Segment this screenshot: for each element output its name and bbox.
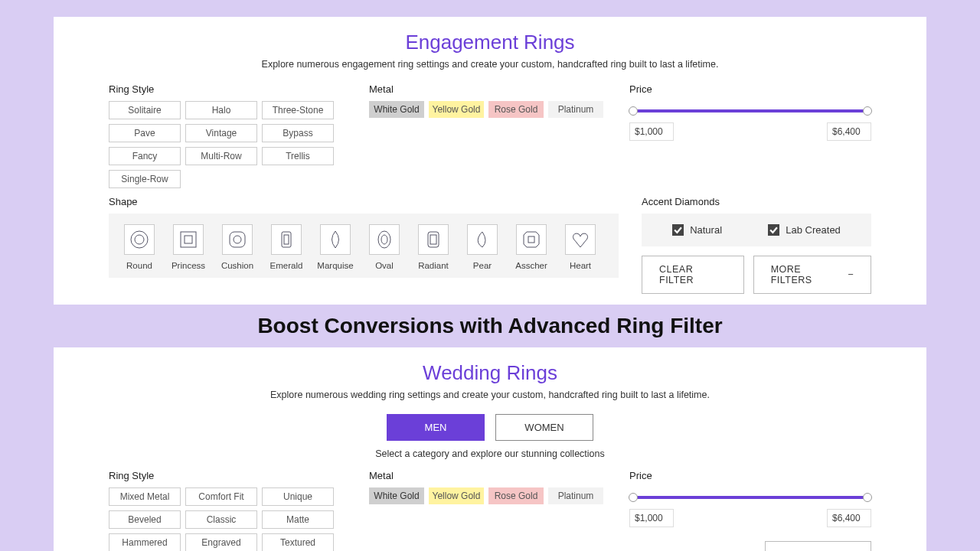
ring-style-chip[interactable]: Trellis: [262, 147, 334, 165]
ring-style-chip[interactable]: Comfort Fit: [185, 487, 257, 506]
accent-label: Accent Diamonds: [642, 196, 871, 207]
checkbox-checked-icon: [768, 224, 779, 236]
svg-rect-3: [185, 236, 192, 243]
svg-rect-7: [284, 235, 289, 244]
shape-pear[interactable]: Pear: [461, 224, 504, 270]
accent-natural-checkbox[interactable]: Natural: [672, 224, 722, 236]
price-label: Price: [629, 470, 871, 481]
category-men-button[interactable]: MEN: [387, 414, 485, 441]
wedding-title: Wedding Rings: [109, 361, 871, 385]
metal-chip-platinum[interactable]: Platinum: [548, 487, 603, 504]
ring-style-chips: Solitaire Halo Three-Stone Pave Vintage …: [109, 101, 346, 188]
ring-style-chip[interactable]: Fancy: [109, 147, 181, 165]
metal-label: Metal: [369, 83, 606, 95]
emerald-icon: [271, 224, 302, 255]
price-min-input[interactable]: [629, 122, 674, 141]
ring-style-chip[interactable]: Halo: [185, 101, 257, 119]
ring-style-chips: Mixed Metal Comfort Fit Unique Beveled C…: [109, 487, 346, 551]
svg-rect-6: [282, 232, 291, 247]
ring-style-chip[interactable]: Multi-Row: [185, 147, 257, 165]
svg-point-8: [378, 231, 390, 248]
accent-lab-checkbox[interactable]: Lab Created: [768, 224, 841, 236]
shape-heart[interactable]: Heart: [559, 224, 602, 270]
shape-princess[interactable]: Princess: [167, 224, 210, 270]
ring-style-chip[interactable]: Pave: [109, 124, 181, 142]
headline: Boost Conversions with Advanced Ring Fil…: [54, 314, 926, 338]
round-icon: [124, 224, 155, 255]
metal-chip-rose-gold[interactable]: Rose Gold: [488, 487, 544, 504]
ring-style-chip[interactable]: Single-Row: [109, 170, 181, 188]
price-slider-max-knob[interactable]: [863, 106, 872, 116]
metal-chip-rose-gold[interactable]: Rose Gold: [488, 101, 544, 118]
svg-point-9: [381, 235, 387, 244]
princess-icon: [173, 224, 204, 255]
minus-icon: −: [848, 269, 854, 280]
radiant-icon: [418, 224, 449, 255]
price-max-input[interactable]: [827, 122, 871, 141]
metal-chips: White Gold Yellow Gold Rose Gold Platinu…: [369, 101, 606, 118]
ring-style-chip[interactable]: Classic: [185, 510, 257, 529]
metal-chip-yellow-gold[interactable]: Yellow Gold: [429, 101, 484, 118]
price-slider-min-knob[interactable]: [629, 493, 638, 502]
engagement-title: Engagement Rings: [109, 31, 871, 54]
ring-style-label: Ring Style: [109, 470, 346, 481]
ring-style-chip[interactable]: Solitaire: [109, 101, 181, 119]
asscher-icon: [516, 224, 547, 255]
shape-asscher[interactable]: Asscher: [510, 224, 553, 270]
cushion-icon: [222, 224, 253, 255]
svg-rect-11: [430, 235, 436, 244]
shape-radiant[interactable]: Radiant: [412, 224, 455, 270]
metal-chip-white-gold[interactable]: White Gold: [369, 101, 424, 118]
price-min-input[interactable]: [629, 509, 674, 527]
shape-label: Shape: [109, 196, 619, 207]
oval-icon: [369, 224, 400, 255]
engagement-panel: Engagement Rings Explore numerous engage…: [54, 17, 926, 305]
shape-cushion[interactable]: Cushion: [216, 224, 259, 270]
metal-label: Metal: [369, 470, 606, 481]
ring-style-chip[interactable]: Bypass: [262, 124, 334, 142]
svg-rect-4: [230, 232, 245, 247]
price-max-input[interactable]: [827, 509, 871, 527]
marquise-icon: [320, 224, 351, 255]
ring-style-chip[interactable]: Unique: [262, 487, 334, 506]
svg-point-5: [234, 236, 241, 243]
accent-options: Natural Lab Created: [642, 214, 871, 246]
metal-chips: White Gold Yellow Gold Rose Gold Platinu…: [369, 487, 606, 504]
price-slider-min-knob[interactable]: [629, 106, 638, 116]
price-label: Price: [629, 83, 871, 95]
svg-point-0: [131, 231, 148, 248]
svg-rect-12: [528, 236, 534, 243]
shape-list: Round Princess Cushion Emerald Marquise: [109, 214, 619, 278]
ring-style-chip[interactable]: Hammered: [109, 533, 181, 551]
ring-style-chip[interactable]: Matte: [262, 510, 334, 529]
ring-style-chip[interactable]: Mixed Metal: [109, 487, 181, 506]
ring-style-label: Ring Style: [109, 83, 346, 95]
clear-filter-button[interactable]: CLEAR FILTER: [642, 256, 744, 294]
metal-chip-platinum[interactable]: Platinum: [548, 101, 603, 118]
wedding-panel: Wedding Rings Explore numerous wedding r…: [54, 347, 926, 551]
metal-chip-yellow-gold[interactable]: Yellow Gold: [429, 487, 484, 504]
ring-style-chip[interactable]: Textured: [262, 533, 334, 551]
metal-chip-white-gold[interactable]: White Gold: [369, 487, 424, 504]
pear-icon: [467, 224, 498, 255]
wedding-subtitle: Explore numerous wedding ring settings a…: [109, 390, 871, 400]
more-filters-button[interactable]: MORE FILTERS −: [753, 256, 871, 294]
checkbox-checked-icon: [672, 224, 684, 236]
shape-marquise[interactable]: Marquise: [314, 224, 357, 270]
ring-style-chip[interactable]: Engraved: [185, 533, 257, 551]
ring-style-chip[interactable]: Vintage: [185, 124, 257, 142]
price-slider-max-knob[interactable]: [863, 493, 872, 502]
category-note: Select a category and explore our stunni…: [109, 448, 871, 459]
shape-round[interactable]: Round: [118, 224, 161, 270]
category-women-button[interactable]: WOMEN: [495, 414, 593, 441]
shape-oval[interactable]: Oval: [363, 224, 406, 270]
ring-style-chip[interactable]: Three-Stone: [262, 101, 334, 119]
engagement-subtitle: Explore numerous engagement ring setting…: [109, 59, 871, 70]
svg-rect-10: [428, 232, 439, 247]
ring-style-chip[interactable]: Beveled: [109, 510, 181, 529]
svg-point-1: [135, 235, 144, 244]
price-slider[interactable]: [631, 106, 870, 116]
clear-filter-button[interactable]: CLEAR FILTER: [765, 541, 871, 551]
price-slider[interactable]: [631, 492, 870, 503]
shape-emerald[interactable]: Emerald: [265, 224, 308, 270]
